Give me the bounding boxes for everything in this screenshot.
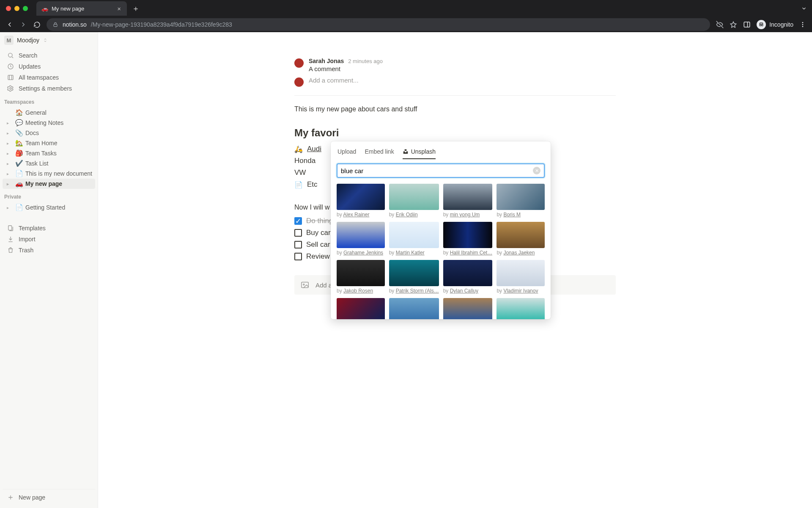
sidebar-item-settings-members[interactable]: Settings & members [3,83,95,94]
tab-unsplash[interactable]: Unsplash [403,146,436,159]
sidebar-item-search[interactable]: Search [3,50,95,61]
chevron-right-icon[interactable]: ▸ [7,141,13,146]
tab-close-icon[interactable]: × [116,5,122,12]
line-link[interactable]: Audi [307,145,321,153]
unsplash-thumbnail[interactable] [497,298,545,319]
comment-add-row[interactable]: Add a comment... [294,77,616,87]
chevron-right-icon[interactable]: ▸ [7,205,13,210]
workspace-switcher[interactable]: M Moodjoy [0,32,98,48]
sidebar-item-label: Settings & members [19,85,72,92]
unsplash-thumbnail[interactable] [389,184,439,210]
unsplash-author-link[interactable]: Dylan Calluy [450,288,478,294]
sidebar-page-my-new-page[interactable]: ▸🚗My new page [3,179,95,189]
sidebar-page-meeting-notes[interactable]: ▸💬Meeting Notes [3,118,95,128]
sidebar-utility: TemplatesImportTrash [0,221,98,257]
tabs-dropdown-icon[interactable] [800,5,808,12]
window-minimize-button[interactable] [14,6,19,11]
unsplash-author-link[interactable]: Jakob Rosen [343,288,373,294]
url-path: /My-new-page-193190a8239a4f9da7919e326fe… [91,21,232,28]
unsplash-author-link[interactable]: Grahame Jenkins [343,250,383,256]
sidebar-item-templates[interactable]: Templates [3,223,95,234]
line-icon: 🛵 [294,145,303,153]
unsplash-search: ✕ [337,163,545,178]
clear-search-icon[interactable]: ✕ [533,167,540,174]
tab-embed-link[interactable]: Embed link [365,146,394,159]
unsplash-result: by Patrik Storm (Als… [389,260,439,294]
window-close-button[interactable] [6,6,11,11]
sidebar-page-team-home[interactable]: ▸🏡Team Home [3,138,95,148]
sidebar-item-all-teamspaces[interactable]: All teamspaces [3,72,95,83]
unsplash-author-link[interactable]: Erik Odiin [396,212,418,218]
incognito-indicator[interactable]: Incognito [757,20,793,29]
unsplash-author-link[interactable]: Jonas Jaeken [503,250,535,256]
unsplash-author-link[interactable]: Martin Katler [396,250,425,256]
chevron-right-icon[interactable]: ▸ [7,131,13,135]
unsplash-thumbnail[interactable] [443,222,493,248]
sidebar-item-updates[interactable]: Updates [3,61,95,72]
unsplash-author-link[interactable]: Vladimir Ivanov [503,288,538,294]
page-emoji-icon: 🏡 [15,139,23,147]
unsplash-thumbnail[interactable] [443,298,493,319]
lock-icon [52,22,58,28]
kebab-menu-icon[interactable] [799,21,806,28]
eye-off-icon[interactable] [716,21,724,28]
sidebar-item-import[interactable]: Import [3,234,95,245]
sidebar-page-general[interactable]: 🏠General [3,108,95,118]
unsplash-thumbnail[interactable] [497,260,545,286]
unsplash-thumbnail[interactable] [497,222,545,248]
unsplash-author-link[interactable]: Boris M [503,212,521,218]
sidebar-item-trash[interactable]: Trash [3,245,95,256]
chevron-right-icon[interactable]: ▸ [7,151,13,156]
chevron-right-icon[interactable]: ▸ [7,161,13,166]
bookmark-star-icon[interactable] [730,21,737,28]
sidebar-page-task-list[interactable]: ▸✔️Task List [3,158,95,168]
side-panel-icon[interactable] [743,21,751,28]
unsplash-thumbnail[interactable] [389,298,439,319]
checkbox-checked-icon[interactable]: ✓ [294,217,302,225]
tab-upload[interactable]: Upload [337,146,356,159]
unsplash-thumbnail[interactable] [337,184,385,210]
page-emoji-icon: ✔️ [15,160,23,167]
browser-tab[interactable]: 🚗 My new page × [36,1,127,16]
window-zoom-button[interactable] [23,6,28,11]
sidebar-item-label: All teamspaces [19,74,59,81]
unsplash-author-link[interactable]: Patrik Storm (Als… [396,288,439,294]
reload-button[interactable] [33,21,41,28]
new-page-button[interactable]: New page [3,489,95,505]
sidebar-page-this-is-my-new-document[interactable]: ▸📄This is my new document [3,168,95,179]
sidebar-page-team-tasks[interactable]: ▸🎒Team Tasks [3,148,95,158]
sidebar-page-docs[interactable]: ▸📎Docs [3,128,95,138]
chevron-right-icon[interactable]: ▸ [7,171,13,176]
unsplash-thumbnail[interactable] [389,222,439,248]
unsplash-thumbnail[interactable] [337,260,385,286]
comment-author: Sarah Jonas [309,58,344,64]
unsplash-credit: by min yong Um [443,212,493,218]
new-page-label: New page [19,494,45,501]
forward-button[interactable] [19,21,27,28]
sidebar-private-heading: Private [0,190,98,201]
todo-text: Sell car [306,240,330,249]
address-bar[interactable]: notion.so/My-new-page-193190a8239a4f9da7… [47,18,710,31]
back-button[interactable] [6,21,14,28]
incognito-label: Incognito [769,21,793,28]
checkbox-icon[interactable] [294,229,302,237]
unsplash-search-input[interactable] [341,167,533,174]
sidebar-page-getting-started[interactable]: ▸📄Getting Started [3,202,95,213]
unsplash-thumbnail[interactable] [337,222,385,248]
unsplash-thumbnail[interactable] [337,298,385,319]
page-label: Team Home [25,140,57,146]
unsplash-thumbnail[interactable] [497,184,545,210]
checkbox-icon[interactable] [294,241,302,248]
comment: Sarah Jonas 2 minutes ago A comment [294,58,616,72]
new-tab-button[interactable]: ＋ [132,3,140,14]
chevron-right-icon[interactable]: ▸ [7,121,13,125]
unsplash-author-link[interactable]: Halil Ibrahim Cet… [450,250,493,256]
unsplash-author-link[interactable]: Alex Rainer [343,212,369,218]
unsplash-thumbnail[interactable] [443,260,493,286]
checkbox-icon[interactable] [294,253,302,260]
unsplash-thumbnail[interactable] [389,260,439,286]
unsplash-author-link[interactable]: min yong Um [450,212,480,218]
unsplash-thumbnail[interactable] [443,184,493,210]
comment-add-placeholder: Add a comment... [309,77,359,84]
chevron-right-icon[interactable]: ▸ [7,182,13,186]
